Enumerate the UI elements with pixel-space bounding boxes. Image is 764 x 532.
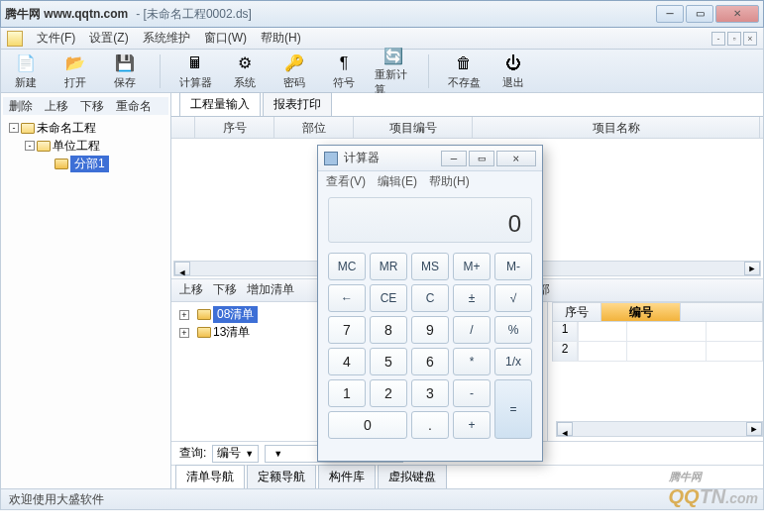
- column-header[interactable]: 项目编号: [354, 117, 473, 138]
- minimize-button[interactable]: ─: [656, 5, 684, 23]
- calc-key-2[interactable]: 2: [370, 379, 407, 407]
- calc-key-8[interactable]: 8: [370, 316, 407, 344]
- tool-打开[interactable]: 📂打开: [56, 53, 94, 90]
- bottom-tab[interactable]: 虚拟键盘: [378, 465, 447, 488]
- calc-key-0[interactable]: 0: [328, 411, 407, 439]
- folder-icon: [21, 123, 35, 134]
- bottom-tab[interactable]: 清单导航: [175, 465, 245, 488]
- detail-scrollbar[interactable]: ◄ ►: [556, 421, 763, 437]
- calc-key-←[interactable]: ←: [328, 284, 366, 312]
- mdi-restore-button[interactable]: ▫: [727, 32, 741, 46]
- calc-key-M-[interactable]: M-: [494, 253, 532, 280]
- expand-icon[interactable]: -: [9, 123, 19, 133]
- column-header[interactable]: 项目名称: [473, 117, 760, 138]
- col-header[interactable]: 编号: [601, 302, 681, 322]
- menu-help[interactable]: 帮助(H): [261, 30, 301, 47]
- midbar-item[interactable]: 增加清单: [247, 281, 294, 298]
- calc-menu-help[interactable]: 帮助(H): [429, 173, 470, 190]
- tool-系统[interactable]: ⚙系统: [226, 53, 264, 90]
- maximize-button[interactable]: ▭: [686, 5, 713, 23]
- calc-key-/[interactable]: /: [453, 316, 491, 344]
- menu-maintain[interactable]: 系统维护: [143, 30, 190, 47]
- calc-key-±[interactable]: ±: [453, 284, 491, 312]
- calc-key-MC[interactable]: MC: [328, 253, 366, 280]
- query-field-dropdown[interactable]: 编号▼: [212, 445, 259, 463]
- tool-符号[interactable]: ¶符号: [325, 53, 363, 90]
- tree-node[interactable]: -未命名工程: [3, 119, 168, 137]
- calc-key-%[interactable]: %: [494, 316, 532, 344]
- bottom-tab[interactable]: 定额导航: [247, 465, 316, 488]
- calc-close-button[interactable]: ⤬: [496, 151, 536, 166]
- menu-window[interactable]: 窗口(W): [204, 30, 247, 47]
- midbar-item[interactable]: 下移: [213, 281, 237, 298]
- calc-key-C[interactable]: C: [411, 284, 449, 312]
- menu-settings[interactable]: 设置(Z): [89, 30, 128, 47]
- table-row[interactable]: 2: [552, 342, 763, 362]
- tree-node[interactable]: -单位工程: [3, 137, 168, 155]
- calc-maximize-button[interactable]: ▭: [469, 151, 494, 166]
- calc-key-MR[interactable]: MR: [370, 253, 407, 280]
- calc-key-5[interactable]: 5: [370, 348, 407, 375]
- mdi-close-button[interactable]: ×: [743, 32, 757, 46]
- calc-menu-edit[interactable]: 编辑(E): [378, 173, 417, 190]
- tab-0[interactable]: 工程量输入: [179, 92, 261, 116]
- midbar-item[interactable]: 上移: [179, 281, 203, 298]
- calc-key-1[interactable]: 1: [328, 379, 366, 407]
- calc-key--[interactable]: -: [453, 379, 491, 407]
- btn-delete[interactable]: 删除: [9, 98, 33, 115]
- calc-key-CE[interactable]: CE: [370, 284, 407, 312]
- column-header[interactable]: 序号: [195, 117, 274, 138]
- menu-file[interactable]: 文件(F): [37, 30, 75, 47]
- tool-icon: ¶: [333, 53, 355, 74]
- tool-label: 不存盘: [448, 75, 481, 90]
- calculator-titlebar[interactable]: 计算器 ─ ▭ ⤬: [318, 146, 542, 171]
- status-bar: 欢迎使用大盛软件: [0, 489, 764, 510]
- scroll-left-icon[interactable]: ◄: [557, 422, 573, 436]
- calc-key-*[interactable]: *: [453, 348, 491, 375]
- calc-key-.[interactable]: .: [411, 411, 449, 439]
- tool-新建[interactable]: 📄新建: [7, 53, 45, 90]
- calc-key-1/x[interactable]: 1/x: [494, 348, 532, 375]
- tool-label: 密码: [283, 75, 305, 90]
- tab-1[interactable]: 报表打印: [263, 92, 332, 116]
- calc-key-4[interactable]: 4: [328, 348, 366, 375]
- calc-key-√[interactable]: √: [494, 284, 532, 312]
- calc-key-3[interactable]: 3: [411, 379, 449, 407]
- close-button[interactable]: ✕: [715, 5, 759, 23]
- btn-rename[interactable]: 重命名: [116, 98, 152, 115]
- calculator-title: 计算器: [344, 150, 435, 166]
- tool-icon: 💾: [114, 53, 136, 74]
- tool-保存[interactable]: 💾保存: [106, 53, 144, 90]
- btn-movedown[interactable]: 下移: [80, 98, 104, 115]
- tool-退出[interactable]: ⏻退出: [494, 53, 532, 90]
- tool-计算器[interactable]: 🖩计算器: [176, 53, 214, 90]
- expand-icon[interactable]: +: [179, 310, 189, 320]
- tool-密码[interactable]: 🔑密码: [275, 53, 313, 90]
- scroll-right-icon[interactable]: ►: [744, 262, 760, 275]
- folder-icon: [197, 327, 211, 338]
- calc-key-9[interactable]: 9: [411, 316, 449, 344]
- table-row[interactable]: 1: [552, 322, 763, 342]
- column-header[interactable]: 部位: [274, 117, 354, 138]
- calc-key-7[interactable]: 7: [328, 316, 366, 344]
- status-text: 欢迎使用大盛软件: [9, 491, 104, 508]
- btn-moveup[interactable]: 上移: [45, 98, 68, 115]
- calc-minimize-button[interactable]: ─: [441, 151, 467, 166]
- scroll-right-icon[interactable]: ►: [746, 422, 762, 436]
- tool-不存盘[interactable]: 🗑不存盘: [445, 53, 483, 90]
- calc-key-MS[interactable]: MS: [411, 253, 449, 280]
- calc-key-=[interactable]: =: [494, 379, 532, 439]
- calc-key-+[interactable]: +: [453, 411, 491, 439]
- calc-key-M+[interactable]: M+: [453, 253, 491, 280]
- bottom-tab[interactable]: 构件库: [318, 465, 376, 488]
- col-header[interactable]: 序号: [552, 302, 601, 322]
- tree-node[interactable]: 分部1: [3, 155, 168, 172]
- calc-menu-view[interactable]: 查看(V): [326, 173, 366, 190]
- tool-重新计算[interactable]: 🔄重新计算: [375, 45, 412, 97]
- expand-icon[interactable]: -: [25, 141, 35, 151]
- scroll-left-icon[interactable]: ◄: [174, 262, 190, 275]
- calculator-window[interactable]: 计算器 ─ ▭ ⤬ 查看(V) 编辑(E) 帮助(H) 0 MCMRMSM+M-…: [317, 145, 543, 462]
- expand-icon[interactable]: +: [179, 328, 189, 338]
- calc-key-6[interactable]: 6: [411, 348, 449, 375]
- mdi-minimize-button[interactable]: -: [711, 32, 725, 46]
